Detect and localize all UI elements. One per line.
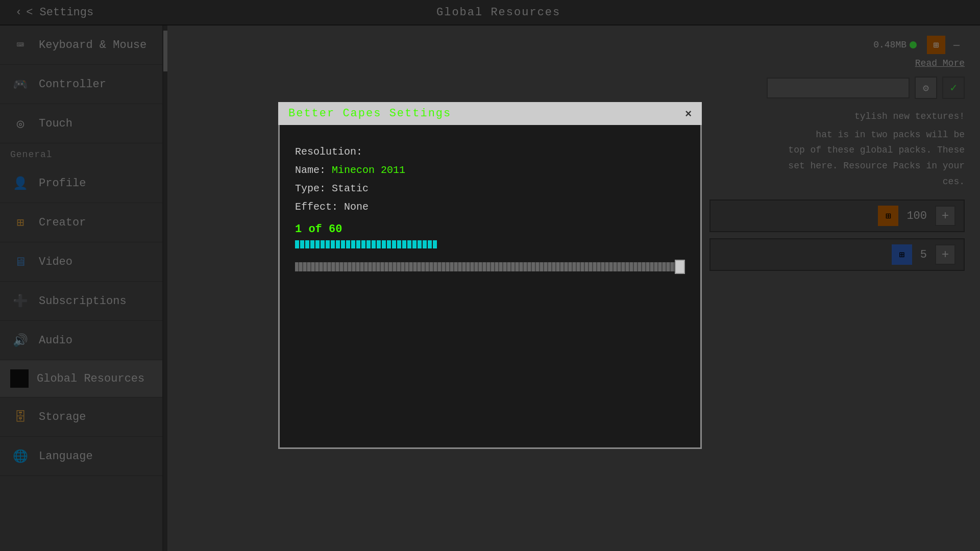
modal-effect-line: Effect: None bbox=[295, 199, 685, 215]
progress-dash bbox=[356, 240, 360, 248]
name-value: Minecon 2011 bbox=[332, 164, 405, 176]
modal-title-bar: Better Capes Settings × bbox=[278, 102, 702, 125]
progress-dash bbox=[326, 240, 330, 248]
progress-dash bbox=[361, 240, 365, 248]
progress-dash bbox=[382, 240, 386, 248]
slider-track bbox=[295, 262, 685, 271]
progress-dash bbox=[300, 240, 304, 248]
type-label: Type: Static bbox=[295, 183, 369, 194]
progress-dash bbox=[377, 240, 381, 248]
progress-dash bbox=[310, 240, 314, 248]
progress-dash bbox=[372, 240, 376, 248]
progress-dash bbox=[407, 240, 411, 248]
effect-label: Effect: None bbox=[295, 201, 369, 213]
progress-dash bbox=[402, 240, 406, 248]
modal-overlay: Better Capes Settings × Resolution: Name… bbox=[0, 0, 980, 551]
progress-dash bbox=[412, 240, 416, 248]
resolution-label: Resolution: bbox=[295, 146, 362, 158]
progress-dash bbox=[366, 240, 371, 248]
progress-dash bbox=[331, 240, 335, 248]
name-label: Name: bbox=[295, 164, 332, 176]
modal-close-button[interactable]: × bbox=[685, 108, 692, 119]
progress-dash bbox=[397, 240, 401, 248]
progress-dash bbox=[387, 240, 391, 248]
progress-dash bbox=[392, 240, 396, 248]
progress-dash bbox=[305, 240, 309, 248]
progress-dash bbox=[295, 240, 299, 248]
progress-bar bbox=[295, 240, 685, 249]
modal-name-line: Name: Minecon 2011 bbox=[295, 163, 685, 178]
progress-dash bbox=[341, 240, 345, 248]
progress-dash bbox=[428, 240, 432, 248]
modal-title: Better Capes Settings bbox=[288, 107, 451, 120]
progress-dash bbox=[321, 240, 325, 248]
slider-container[interactable] bbox=[295, 259, 685, 274]
modal-dialog: Better Capes Settings × Resolution: Name… bbox=[278, 102, 702, 449]
modal-counter: 1 of 60 bbox=[295, 223, 685, 236]
progress-teal-bar bbox=[295, 240, 685, 249]
modal-type-line: Type: Static bbox=[295, 181, 685, 196]
progress-dash bbox=[336, 240, 340, 248]
progress-dash bbox=[418, 240, 422, 248]
modal-content: Resolution: Name: Minecon 2011 Type: Sta… bbox=[295, 144, 685, 274]
progress-dash bbox=[346, 240, 350, 248]
modal-resolution-line: Resolution: bbox=[295, 144, 685, 160]
slider-thumb[interactable] bbox=[675, 260, 685, 274]
progress-dash bbox=[433, 240, 437, 248]
progress-dash bbox=[315, 240, 320, 248]
progress-dash bbox=[351, 240, 355, 248]
progress-dash bbox=[423, 240, 427, 248]
